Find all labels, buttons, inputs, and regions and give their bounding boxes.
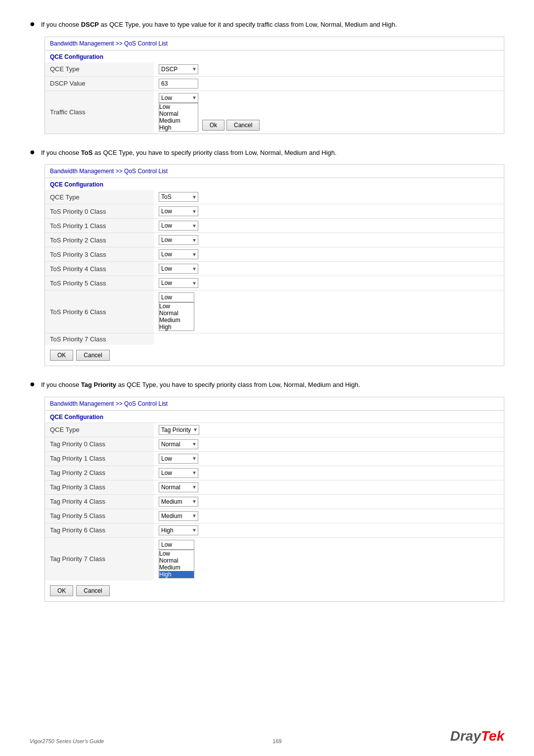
chevron-down-icon: ▼ (192, 281, 197, 286)
label-tag-5: Tag Priority 5 Class (45, 509, 154, 523)
bullet-text-2: If you choose ToS as QCE Type, you have … (41, 148, 337, 158)
value-tos-7 (154, 333, 504, 345)
label-tag-2: Tag Priority 2 Class (45, 466, 154, 480)
qce-config-label-1: QCE Configuration (45, 50, 504, 62)
qce-type-select-3[interactable]: Tag Priority ▼ (159, 425, 199, 435)
value-tag-7: Low Low Normal Medium High (154, 537, 504, 580)
table-row: ToS Priority 6 Class Low Low Normal Medi… (45, 290, 504, 333)
ok-button-2[interactable]: OK (50, 350, 73, 361)
label-tag-7: Tag Priority 7 Class (45, 537, 154, 580)
dropdown-item-normal[interactable]: Normal (159, 557, 194, 564)
logo-tek: Tek (481, 728, 504, 744)
dropdown-item-normal[interactable]: Normal (159, 110, 198, 117)
label-qce-type-2: QCE Type (45, 190, 154, 204)
label-tag-4: Tag Priority 4 Class (45, 494, 154, 509)
dropdown-item-high[interactable]: High (159, 124, 198, 131)
table-row: DSCP Value (45, 76, 504, 91)
label-tos-0: ToS Priority 0 Class (45, 204, 154, 219)
value-qce-type-2: ToS ▼ (154, 190, 504, 204)
dropdown-item-normal[interactable]: Normal (159, 310, 194, 317)
value-tag-4: Medium ▼ (154, 494, 504, 509)
value-tos-2: Low ▼ (154, 233, 504, 247)
qce-type-select-2[interactable]: ToS ▼ (159, 192, 198, 202)
ok-button-1[interactable]: Ok (202, 120, 224, 131)
label-tos-1: ToS Priority 1 Class (45, 219, 154, 233)
dropdown-item-low[interactable]: Low (159, 103, 198, 110)
dropdown-item-medium[interactable]: Medium (159, 317, 194, 324)
tag-0-select[interactable]: Normal ▼ (159, 439, 198, 449)
chevron-down-icon: ▼ (192, 470, 197, 475)
table-row: ToS Priority 2 Class Low ▼ (45, 233, 504, 247)
chevron-down-icon: ▼ (192, 66, 197, 72)
tos-5-select[interactable]: Low ▼ (159, 278, 198, 288)
table-row: Tag Priority 5 Class Medium ▼ (45, 509, 504, 523)
dropdown-item-low[interactable]: Low (159, 303, 194, 310)
dscp-value-input[interactable] (159, 79, 198, 89)
tag-7-dropdown[interactable]: Low Normal Medium High (159, 550, 194, 578)
tag-3-select[interactable]: Normal ▼ (159, 482, 198, 492)
tos-0-select[interactable]: Low ▼ (159, 206, 198, 216)
value-qce-type-1: DSCP ▼ (154, 62, 504, 77)
qce-config-label-2: QCE Configuration (45, 178, 504, 190)
tos-4-select[interactable]: Low ▼ (159, 264, 198, 274)
value-tag-6: High ▼ (154, 523, 504, 537)
table-row: Tag Priority 1 Class Low ▼ (45, 451, 504, 466)
label-tos-4: ToS Priority 4 Class (45, 262, 154, 276)
ok-button-3[interactable]: OK (50, 585, 73, 596)
tos-1-select[interactable]: Low ▼ (159, 221, 198, 231)
bw-header-3: Bandwidth Management >> QoS Control List (45, 397, 504, 411)
dropdown-item-high[interactable]: High (159, 571, 194, 578)
bullet-2: ● (30, 147, 35, 157)
traffic-class-dropdown[interactable]: Low Normal Medium High (159, 103, 198, 132)
label-tag-1: Tag Priority 1 Class (45, 451, 154, 466)
table-row: Traffic Class Low ▼ Low Normal Medium (45, 91, 504, 134)
cancel-button-3[interactable]: Cancel (76, 585, 109, 596)
traffic-class-select[interactable]: Low ▼ (159, 93, 198, 103)
tos-3-select[interactable]: Low ▼ (159, 249, 198, 259)
config-table-1: QCE Type DSCP ▼ DSCP Value Traffi (45, 62, 504, 134)
chevron-down-icon: ▼ (193, 427, 198, 432)
tos-2-select[interactable]: Low ▼ (159, 235, 198, 245)
config-table-3: QCE Type Tag Priority ▼ Tag Priority 0 C… (45, 423, 504, 580)
config-table-2: QCE Type ToS ▼ ToS Priority 0 Class Low … (45, 190, 504, 345)
label-qce-type-3: QCE Type (45, 423, 154, 437)
table-row: QCE Type ToS ▼ (45, 190, 504, 204)
table-row: ToS Priority 5 Class Low ▼ (45, 276, 504, 290)
tag-1-select[interactable]: Low ▼ (159, 454, 198, 464)
tag-5-select[interactable]: Medium ▼ (159, 511, 198, 521)
dropdown-item-medium[interactable]: Medium (159, 117, 198, 124)
label-tos-7: ToS Priority 7 Class (45, 333, 154, 345)
table-row: ToS Priority 7 Class (45, 333, 504, 345)
bw-section-2: Bandwidth Management >> QoS Control List… (44, 164, 504, 366)
label-traffic-class: Traffic Class (45, 91, 154, 134)
bullet-text-3: If you choose Tag Priority as QCE Type, … (41, 380, 360, 390)
guide-text: Vigor2750 Series User's Guide (30, 738, 104, 744)
table-row: QCE Type DSCP ▼ (45, 62, 504, 77)
value-tos-0: Low ▼ (154, 204, 504, 219)
chevron-down-icon: ▼ (192, 95, 197, 100)
bullet-text-1: If you choose DSCP as QCE Type, you have… (41, 20, 397, 30)
qce-type-select-1[interactable]: DSCP ▼ (159, 64, 198, 74)
cancel-button-2[interactable]: Cancel (76, 350, 109, 361)
dropdown-item-high[interactable]: High (159, 324, 194, 331)
qce-config-label-3: QCE Configuration (45, 411, 504, 423)
chevron-down-icon: ▼ (192, 513, 197, 519)
label-dscp-value: DSCP Value (45, 76, 154, 91)
btn-row-2: OK Cancel (45, 345, 504, 366)
label-tos-2: ToS Priority 2 Class (45, 233, 154, 247)
tag-6-select[interactable]: High ▼ (159, 525, 198, 535)
value-tag-1: Low ▼ (154, 451, 504, 466)
table-row: Tag Priority 0 Class Normal ▼ (45, 437, 504, 451)
tag-4-select[interactable]: Medium ▼ (159, 497, 198, 507)
dropdown-item-medium[interactable]: Medium (159, 564, 194, 571)
tos-6-dropdown[interactable]: Low Normal Medium High (159, 302, 194, 331)
bullet-3: ● (30, 379, 35, 389)
dropdown-item-low[interactable]: Low (159, 550, 194, 557)
chevron-down-icon: ▼ (192, 499, 197, 504)
table-row: QCE Type Tag Priority ▼ (45, 423, 504, 437)
logo-dray: Dray (450, 728, 481, 744)
tag-2-select[interactable]: Low ▼ (159, 468, 198, 478)
table-row: ToS Priority 3 Class Low ▼ (45, 247, 504, 262)
page-number: 169 (272, 738, 281, 744)
cancel-button-1[interactable]: Cancel (226, 120, 260, 131)
